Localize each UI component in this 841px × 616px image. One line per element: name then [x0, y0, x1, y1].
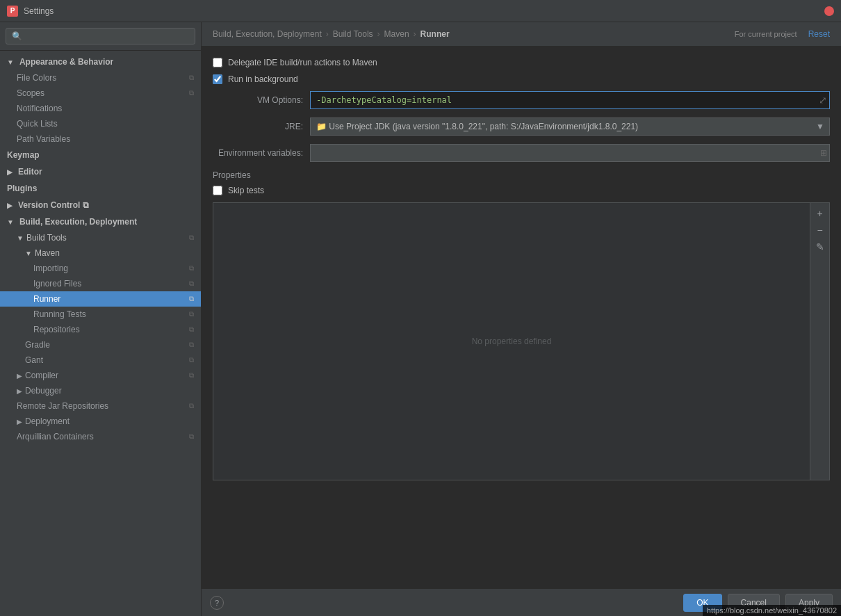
expand-arrow: ▶	[17, 418, 22, 425]
jre-select[interactable]: 📁 Use Project JDK (java version "1.8.0_2…	[310, 117, 830, 136]
sidebar-item-label: Compiler	[25, 371, 58, 380]
sidebar-item-label: Maven	[35, 248, 60, 258]
sidebar-item-label: Build, Execution, Deployment	[19, 217, 137, 227]
sidebar-item-build-tools[interactable]: ▼ Build Tools ⧉	[0, 230, 201, 245]
sidebar-item-label: Scopes	[17, 88, 44, 98]
sidebar-item-arquillian[interactable]: Arquillian Containers ⧉	[0, 429, 201, 444]
copy-icon: ⧉	[83, 200, 89, 210]
expand-arrow: ▼	[7, 218, 14, 226]
search-input[interactable]	[6, 28, 195, 44]
sidebar-item-debugger[interactable]: ▶ Debugger	[0, 383, 201, 398]
sidebar-item-notifications[interactable]: Notifications	[0, 101, 201, 116]
copy-icon: ⧉	[189, 74, 194, 82]
sidebar-item-running-tests[interactable]: Running Tests ⧉	[0, 307, 201, 322]
run-background-checkbox-row: Run in background	[213, 74, 830, 84]
vm-options-label: VM Options:	[213, 95, 303, 105]
edit-property-button[interactable]: ✎	[813, 239, 828, 254]
sidebar: ▼ Appearance & Behavior File Colors ⧉ Sc…	[0, 22, 202, 616]
properties-label: Properties	[213, 170, 830, 180]
sidebar-item-label: Editor	[18, 167, 42, 177]
sidebar-item-importing[interactable]: Importing ⧉	[0, 261, 201, 276]
skip-tests-checkbox[interactable]	[213, 186, 222, 195]
expand-arrow: ▶	[7, 168, 13, 176]
vm-options-input-wrapper: ⤢	[310, 91, 830, 109]
jre-row: JRE: 📁 Use Project JDK (java version "1.…	[213, 117, 830, 136]
breadcrumb-item-3: Maven	[384, 29, 409, 39]
copy-icon: ⧉	[189, 310, 194, 318]
sidebar-item-runner[interactable]: Runner ⧉	[0, 291, 201, 307]
sidebar-item-deployment[interactable]: ▶ Deployment	[0, 414, 201, 429]
copy-icon: ⧉	[189, 432, 194, 441]
skip-tests-checkbox-row: Skip tests	[213, 186, 830, 195]
copy-icon: ⧉	[189, 89, 194, 97]
sidebar-item-path-variables[interactable]: Path Variables	[0, 131, 201, 147]
sidebar-item-version-control[interactable]: ▶ Version Control ⧉	[0, 197, 201, 213]
copy-icon: ⧉	[189, 356, 194, 364]
sidebar-item-label: Appearance & Behavior	[19, 57, 113, 67]
sidebar-item-label: Importing	[33, 264, 68, 273]
breadcrumb-path: Build, Execution, Deployment › Build Too…	[213, 29, 450, 39]
run-background-checkbox[interactable]	[213, 74, 222, 84]
sidebar-item-label: Remote Jar Repositories	[17, 401, 108, 411]
breadcrumb-item-4: Runner	[420, 29, 450, 39]
copy-icon: ⧉	[189, 341, 194, 349]
sidebar-item-label: Path Variables	[17, 134, 70, 144]
copy-icon: ⧉	[189, 295, 194, 303]
sidebar-item-remote-jar[interactable]: Remote Jar Repositories ⧉	[0, 398, 201, 414]
sidebar-item-repositories[interactable]: Repositories ⧉	[0, 322, 201, 337]
sidebar-item-keymap[interactable]: Keymap	[0, 147, 201, 163]
sidebar-item-ignored-files[interactable]: Ignored Files ⧉	[0, 276, 201, 291]
expand-arrow: ▼	[17, 234, 24, 242]
vm-options-input[interactable]	[310, 91, 830, 109]
sidebar-item-label: Debugger	[25, 386, 62, 396]
help-button[interactable]: ?	[210, 596, 224, 610]
sidebar-item-quick-lists[interactable]: Quick Lists	[0, 116, 201, 131]
breadcrumb-item-1: Build, Execution, Deployment	[213, 29, 322, 39]
sidebar-item-label: Runner	[33, 294, 60, 304]
reset-link[interactable]: Reset	[808, 29, 830, 39]
copy-icon: ⧉	[189, 325, 194, 334]
sidebar-item-label: Plugins	[7, 184, 37, 193]
sidebar-item-plugins[interactable]: Plugins	[0, 180, 201, 197]
env-vars-edit-icon[interactable]: ⊞	[820, 148, 827, 158]
env-vars-label: Environment variables:	[213, 148, 303, 158]
expand-arrow: ▶	[7, 202, 13, 209]
env-vars-input[interactable]	[310, 144, 830, 162]
close-button[interactable]	[824, 6, 834, 16]
skip-tests-label: Skip tests	[228, 186, 264, 195]
expand-arrow: ▼	[25, 250, 32, 257]
sidebar-item-file-colors[interactable]: File Colors ⧉	[0, 70, 201, 86]
add-property-button[interactable]: +	[813, 206, 828, 221]
delegate-checkbox[interactable]	[213, 58, 222, 67]
breadcrumb: Build, Execution, Deployment › Build Too…	[202, 22, 841, 47]
properties-section: Properties Skip tests No properties defi…	[213, 170, 830, 480]
sidebar-item-label: Build Tools	[26, 233, 67, 243]
copy-icon: ⧉	[189, 402, 194, 410]
sidebar-item-compiler[interactable]: ▶ Compiler ⧉	[0, 368, 201, 383]
sidebar-item-appearance[interactable]: ▼ Appearance & Behavior	[0, 54, 201, 70]
sidebar-item-scopes[interactable]: Scopes ⧉	[0, 86, 201, 101]
expand-arrow: ▶	[17, 387, 22, 395]
breadcrumb-separator: ›	[377, 29, 380, 39]
settings-content: Delegate IDE build/run actions to Maven …	[202, 47, 841, 588]
expand-icon[interactable]: ⤢	[819, 95, 827, 106]
for-current-project: For current project	[735, 30, 797, 38]
sidebar-item-maven[interactable]: ▼ Maven	[0, 245, 201, 261]
remove-property-button[interactable]: −	[813, 222, 828, 238]
sidebar-item-build-execution[interactable]: ▼ Build, Execution, Deployment	[0, 213, 201, 230]
run-background-label: Run in background	[228, 74, 298, 84]
sidebar-item-gant[interactable]: Gant ⧉	[0, 352, 201, 368]
expand-arrow: ▶	[17, 372, 22, 380]
sidebar-item-label: Version Control	[18, 200, 80, 210]
sidebar-item-label: Running Tests	[33, 309, 86, 319]
breadcrumb-right: For current project Reset	[735, 29, 830, 39]
main-content: Build, Execution, Deployment › Build Too…	[202, 22, 841, 616]
env-vars-input-wrapper: ⊞	[310, 144, 830, 162]
sidebar-item-editor[interactable]: ▶ Editor	[0, 163, 201, 180]
properties-toolbar: + − ✎	[810, 203, 829, 480]
sidebar-item-gradle[interactable]: Gradle ⧉	[0, 337, 201, 352]
sidebar-item-label: Ignored Files	[33, 279, 81, 289]
sidebar-item-label: Gant	[25, 355, 43, 365]
sidebar-item-label: File Colors	[17, 73, 56, 83]
expand-arrow: ▼	[7, 58, 14, 66]
